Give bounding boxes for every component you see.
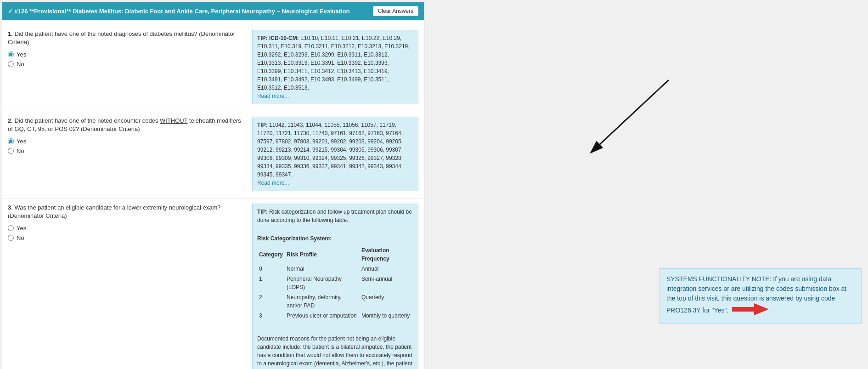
question-1-read-more[interactable]: Read more... — [257, 93, 289, 99]
sidebar-red-arrow-icon — [732, 303, 769, 318]
question-3-options: Yes No — [8, 225, 247, 241]
question-1-options: Yes No — [8, 51, 247, 68]
question-1-no-option[interactable]: No — [8, 61, 247, 68]
question-1-block: 1. Did the patient have one of the noted… — [2, 25, 424, 112]
question-2-number: 2. — [8, 117, 13, 124]
question-1-yes-option[interactable]: Yes — [8, 51, 247, 58]
question-2-tip-box: TIP: 11042, 11043, 11044, 11055, 11056, … — [252, 117, 418, 191]
question-3-no-radio[interactable] — [8, 235, 14, 241]
question-1-no-radio[interactable] — [8, 61, 14, 67]
risk-row-3-category: 3 — [257, 311, 285, 321]
question-3-left: 3. Was the patient an eligible candidate… — [8, 204, 247, 369]
question-3-no-label: No — [17, 234, 24, 241]
risk-row-2-profile: Neuropathy, deformity, and/or PAD — [285, 292, 360, 311]
risk-row-2-category: 2 — [257, 292, 285, 311]
header-title: ✓ #126 **Provisional** Diabetes Mellitus… — [8, 8, 373, 15]
risk-categorization-title: Risk Categorization System: — [257, 234, 413, 243]
question-2-no-radio[interactable] — [8, 148, 14, 154]
svg-line-2 — [600, 80, 669, 144]
question-1-tip-box: TIP: ICD-10-CM: E10.10, E10.11, E10.21, … — [252, 30, 418, 104]
question-2-tip: TIP: 11042, 11043, 11044, 11055, 11056, … — [252, 117, 418, 191]
risk-row-1-category: 1 — [257, 274, 285, 292]
question-3-tip: TIP: Risk categorization and follow up t… — [252, 204, 418, 369]
risk-table: Category Risk Profile Evaluation Frequen… — [257, 245, 413, 321]
risk-table-row-1: 1 Peripheral Neuropathy (LOPS) Semi-annu… — [257, 274, 413, 292]
question-3-number: 3. — [8, 204, 13, 211]
risk-table-row-3: 3 Previous ulcer or amputation Monthly t… — [257, 311, 413, 321]
question-3-tip-label: TIP: — [257, 209, 268, 215]
question-3-no-option[interactable]: No — [8, 234, 247, 241]
header-bar: ✓ #126 **Provisional** Diabetes Mellitus… — [2, 2, 424, 20]
question-2-no-label: No — [17, 148, 24, 154]
question-1-text: 1. Did the patient have one of the noted… — [8, 30, 247, 46]
risk-row-2-frequency: Quarterly — [360, 292, 413, 311]
question-1-number: 1. — [8, 30, 13, 37]
main-container: ✓ #126 **Provisional** Diabetes Mellitus… — [0, 0, 868, 369]
question-3-tip-box: TIP: Risk categorization and follow up t… — [252, 204, 418, 369]
question-2-block: 2. Did the patient have one of the noted… — [2, 112, 424, 199]
question-3-block: 3. Was the patient an eligible candidate… — [2, 199, 424, 369]
question-1-tip-content: E10.10, E10.11, E10.21, E10.22, E10.29, … — [257, 35, 410, 91]
question-3-yes-label: Yes — [17, 225, 26, 232]
risk-table-row-2: 2 Neuropathy, deformity, and/or PAD Quar… — [257, 292, 413, 311]
question-1-left: 1. Did the patient have one of the noted… — [8, 30, 247, 104]
question-3-yes-radio[interactable] — [8, 225, 14, 231]
risk-row-3-frequency: Monthly to quarterly — [360, 311, 413, 321]
question-2-left: 2. Did the patient have one of the noted… — [8, 117, 247, 191]
question-2-yes-radio[interactable] — [8, 138, 14, 144]
risk-row-0-profile: Normal — [285, 264, 360, 274]
left-panel: ✓ #126 **Provisional** Diabetes Mellitus… — [2, 2, 424, 369]
risk-row-3-profile: Previous ulcer or amputation — [285, 311, 360, 321]
question-1-tip: TIP: ICD-10-CM: E10.10, E10.11, E10.21, … — [252, 30, 418, 104]
question-2-yes-label: Yes — [17, 138, 26, 145]
question-2-no-option[interactable]: No — [8, 148, 247, 154]
risk-row-1-frequency: Semi-annual — [360, 274, 413, 292]
question-3-tip-intro: Risk categorization and follow up treatm… — [257, 209, 412, 223]
question-2-text: 2. Did the patient have one of the noted… — [8, 117, 247, 133]
risk-table-row-0: 0 Normal Annual — [257, 264, 413, 274]
black-arrow-icon — [586, 75, 678, 158]
risk-table-header-frequency: Evaluation Frequency — [360, 245, 413, 264]
question-3-text: 3. Was the patient an eligible candidate… — [8, 204, 247, 220]
question-2-tip-label: TIP: — [257, 122, 268, 128]
right-panel: SYSTEMS FUNCTIONALITY NOTE: If you are u… — [424, 2, 866, 329]
question-3-documented-note: Documented reasons for the patient not b… — [257, 335, 413, 369]
questions-area: 1. Did the patient have one of the noted… — [2, 20, 424, 369]
question-1-yes-radio[interactable] — [8, 51, 14, 57]
question-1-yes-label: Yes — [17, 51, 26, 58]
question-2-tip-content: 11042, 11043, 11044, 11055, 11056, 11057… — [257, 122, 403, 178]
question-3-yes-option[interactable]: Yes — [8, 225, 247, 232]
risk-table-header-category: Category — [257, 245, 285, 264]
question-1-tip-label: TIP: ICD-10-CM: — [257, 35, 299, 41]
question-1-no-label: No — [17, 61, 24, 68]
question-2-read-more[interactable]: Read more... — [257, 180, 289, 186]
risk-row-0-frequency: Annual — [360, 264, 413, 274]
risk-row-0-category: 0 — [257, 264, 285, 274]
svg-marker-3 — [732, 303, 769, 315]
risk-table-header-profile: Risk Profile — [285, 245, 360, 264]
risk-row-1-profile: Peripheral Neuropathy (LOPS) — [285, 274, 360, 292]
sidebar-systems-note-box: SYSTEMS FUNCTIONALITY NOTE: If you are u… — [659, 268, 862, 324]
question-2-yes-option[interactable]: Yes — [8, 138, 247, 145]
clear-answers-button[interactable]: Clear Answers — [373, 6, 418, 16]
question-2-options: Yes No — [8, 138, 247, 154]
